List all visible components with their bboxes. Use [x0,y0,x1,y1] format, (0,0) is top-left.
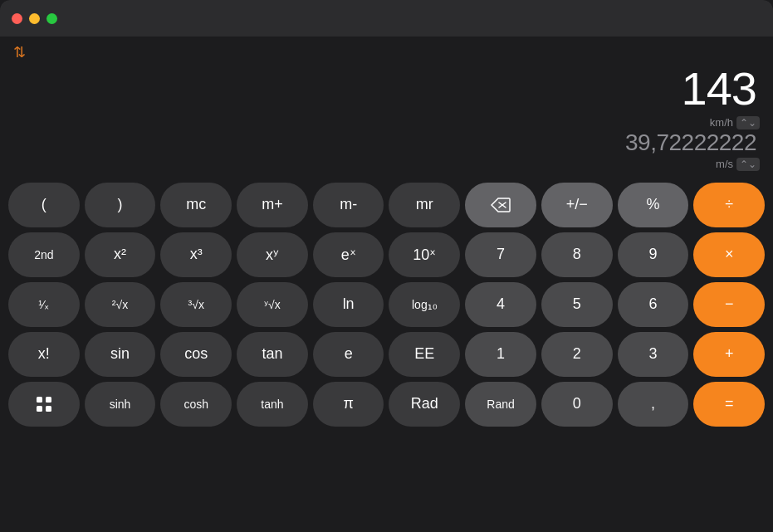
btn-xfact[interactable]: x! [8,332,80,377]
conversion-row: ⇅ [13,43,760,61]
title-bar [0,0,773,37]
btn-2[interactable]: 2 [541,332,613,377]
btn-multiply[interactable]: × [693,232,765,277]
btn-2nd[interactable]: 2nd [8,232,80,277]
btn-9[interactable]: 9 [618,232,689,277]
maximize-button[interactable] [46,13,57,24]
svg-rect-3 [46,397,51,403]
btn-decimal[interactable]: , [618,382,689,427]
button-grid: ()mcm+m-mr +/−%÷2ndx²x³xʸeˣ10ˣ789×¹∕ₓ²√x… [0,178,773,435]
svg-rect-4 [37,406,42,412]
btn-e[interactable]: e [313,332,384,377]
secondary-unit-label: m/s [716,158,733,170]
btn-rand[interactable]: Rand [465,382,536,427]
btn-cosh[interactable]: cosh [160,382,232,427]
btn-ln[interactable]: ln [313,282,384,327]
btn-mplus[interactable]: m+ [237,183,308,227]
primary-unit-label: km/h [710,116,733,129]
btn-ex[interactable]: eˣ [313,232,384,277]
btn-3rtx[interactable]: ³√x [160,282,232,327]
btn-yrtx[interactable]: ʸ√x [237,282,308,327]
btn-equals[interactable]: = [693,382,765,427]
btn-log10[interactable]: log₁₀ [389,282,460,327]
btn-tanh[interactable]: tanh [237,382,308,427]
btn-mminus[interactable]: m- [313,183,384,227]
btn-x3[interactable]: x³ [160,232,232,277]
btn-rad[interactable]: Rad [389,382,460,427]
btn-1[interactable]: 1 [465,332,536,377]
btn-10x[interactable]: 10ˣ [389,232,460,277]
btn-8[interactable]: 8 [541,232,613,277]
close-button[interactable] [12,13,22,24]
btn-sinh[interactable]: sinh [85,382,156,427]
btn-0[interactable]: 0 [541,382,613,427]
btn-mr[interactable]: mr [389,183,460,227]
unit-selector-bottom: m/s ⌃⌄ [716,158,760,171]
btn-plus-minus[interactable]: +/− [541,183,613,227]
btn-1overx[interactable]: ¹∕ₓ [8,282,80,327]
primary-display: 143 [682,63,760,115]
btn-open-paren[interactable]: ( [8,183,80,227]
btn-ee[interactable]: EE [389,332,460,377]
btn-6[interactable]: 6 [618,282,689,327]
btn-percent[interactable]: % [618,183,689,227]
btn-7[interactable]: 7 [465,232,536,277]
btn-backspace[interactable] [465,183,536,227]
btn-3[interactable]: 3 [618,332,689,377]
svg-rect-5 [46,406,51,412]
display-area: ⇅ 143 km/h ⌃⌄ 39,72222222 m/s ⌃⌄ [0,37,773,178]
btn-pi[interactable]: π [313,382,384,427]
btn-4[interactable]: 4 [465,282,536,327]
btn-divide[interactable]: ÷ [693,183,765,227]
btn-cos[interactable]: cos [160,332,232,377]
btn-plus[interactable]: + [693,332,765,377]
btn-xy[interactable]: xʸ [237,232,308,277]
btn-close-paren[interactable]: ) [85,183,156,227]
btn-calc-icon[interactable] [8,382,80,427]
secondary-display: 39,72222222 [625,129,760,156]
svg-rect-2 [37,397,42,403]
convert-icon[interactable]: ⇅ [13,43,26,61]
secondary-unit-stepper[interactable]: ⌃⌄ [736,158,760,171]
minimize-button[interactable] [29,13,40,24]
btn-x2[interactable]: x² [85,232,156,277]
btn-sin[interactable]: sin [85,332,156,377]
btn-tan[interactable]: tan [237,332,308,377]
btn-mc[interactable]: mc [160,183,232,227]
unit-selector-top: km/h ⌃⌄ [710,116,760,129]
btn-5[interactable]: 5 [541,282,613,327]
btn-2rtx[interactable]: ²√x [85,282,156,327]
btn-minus[interactable]: − [693,282,765,327]
primary-unit-stepper[interactable]: ⌃⌄ [736,116,760,129]
